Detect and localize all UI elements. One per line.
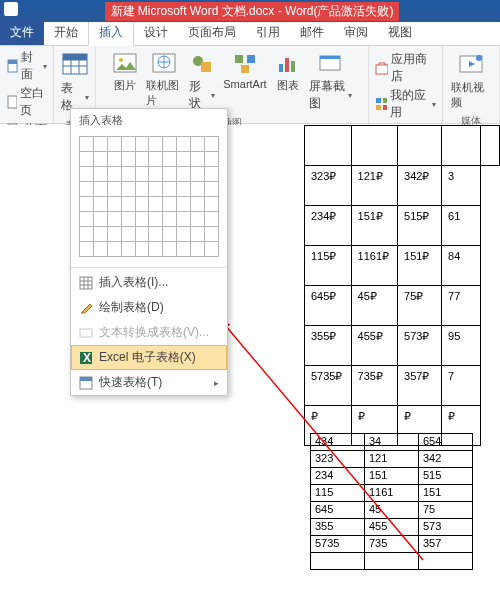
- table-cell[interactable]: 355₽: [305, 326, 352, 366]
- online-picture-icon: [151, 52, 177, 76]
- table-cell[interactable]: 645₽: [305, 286, 352, 326]
- table-cell[interactable]: 234₽: [305, 206, 352, 246]
- tab-review[interactable]: 审阅: [334, 20, 378, 45]
- table-cell[interactable]: [351, 126, 398, 166]
- table-cell[interactable]: 121₽: [351, 166, 398, 206]
- table-cell[interactable]: 45: [365, 502, 419, 519]
- smartart-button[interactable]: SmartArt: [223, 52, 266, 112]
- tab-layout[interactable]: 页面布局: [178, 20, 246, 45]
- table-cell[interactable]: 115: [311, 485, 365, 502]
- draw-table-item[interactable]: 绘制表格(D): [71, 295, 227, 320]
- table-grid-picker[interactable]: [71, 132, 227, 265]
- shapes-button[interactable]: 形状▾: [189, 52, 215, 112]
- table-cell[interactable]: 75: [419, 502, 473, 519]
- table-cell[interactable]: [480, 126, 499, 166]
- table-cell[interactable]: [305, 126, 352, 166]
- svg-rect-26: [376, 98, 381, 103]
- table-cell[interactable]: 735: [365, 536, 419, 553]
- table-cell[interactable]: [365, 553, 419, 570]
- document-table-1[interactable]: 323₽121₽342₽3234₽151₽515₽61115₽1161₽151₽…: [304, 125, 500, 446]
- document-table-2[interactable]: 4343465432312134223415151511511611516454…: [310, 433, 473, 570]
- table-cell[interactable]: 84: [442, 246, 481, 286]
- table-cell[interactable]: 323: [311, 451, 365, 468]
- group-apps: 应用商店 我的应用▾ 应用程序: [369, 46, 443, 123]
- chart-icon: [275, 52, 301, 76]
- table-cell[interactable]: 5735₽: [305, 366, 352, 406]
- convert-text-item: 文本转换成表格(V)...: [71, 320, 227, 345]
- table-cell[interactable]: 151₽: [398, 246, 442, 286]
- cover-page-button[interactable]: 封面▾: [6, 48, 47, 84]
- table-cell[interactable]: 355: [311, 519, 365, 536]
- table-cell[interactable]: 95: [442, 326, 481, 366]
- table-cell[interactable]: 77: [442, 286, 481, 326]
- tab-home[interactable]: 开始: [44, 20, 88, 45]
- table-cell[interactable]: 434: [311, 434, 365, 451]
- app-store-button[interactable]: 应用商店: [375, 50, 436, 86]
- table-cell[interactable]: 573₽: [398, 326, 442, 366]
- table-cell[interactable]: 3: [442, 166, 481, 206]
- svg-rect-24: [320, 56, 340, 59]
- my-apps-button[interactable]: 我的应用▾: [375, 86, 436, 122]
- table-cell[interactable]: 342₽: [398, 166, 442, 206]
- dropdown-title: 插入表格: [71, 109, 227, 132]
- tab-mailings[interactable]: 邮件: [290, 20, 334, 45]
- table-icon: [61, 52, 89, 78]
- table-cell[interactable]: 573: [419, 519, 473, 536]
- tab-file[interactable]: 文件: [0, 20, 44, 45]
- table-cell[interactable]: 151: [419, 485, 473, 502]
- store-icon: [375, 61, 388, 75]
- table-cell[interactable]: 654: [419, 434, 473, 451]
- online-video-button[interactable]: 联机视频: [449, 50, 493, 112]
- table-cell[interactable]: 151₽: [351, 206, 398, 246]
- table-cell[interactable]: [419, 553, 473, 570]
- tab-view[interactable]: 视图: [378, 20, 422, 45]
- table-cell[interactable]: 61: [442, 206, 481, 246]
- smartart-icon: [232, 52, 258, 76]
- table-cell[interactable]: 515₽: [398, 206, 442, 246]
- table-cell[interactable]: 34: [365, 434, 419, 451]
- table-cell[interactable]: 1161: [365, 485, 419, 502]
- table-button[interactable]: 表格▾: [59, 50, 91, 116]
- table-cell[interactable]: 645: [311, 502, 365, 519]
- table-cell[interactable]: [398, 126, 442, 166]
- table-cell[interactable]: 7: [442, 366, 481, 406]
- table-cell[interactable]: 735₽: [351, 366, 398, 406]
- svg-rect-20: [279, 64, 283, 72]
- tab-references[interactable]: 引用: [246, 20, 290, 45]
- excel-icon: X: [79, 351, 93, 365]
- excel-spreadsheet-item[interactable]: XExcel 电子表格(X): [71, 345, 227, 370]
- table-cell[interactable]: 121: [365, 451, 419, 468]
- table-cell[interactable]: 151: [365, 468, 419, 485]
- pictures-button[interactable]: 图片: [112, 52, 138, 112]
- table-cell[interactable]: 342: [419, 451, 473, 468]
- title-bar: 新建 Microsoft Word 文档.docx - Word(产品激活失败): [0, 0, 500, 22]
- online-pictures-button[interactable]: 联机图片: [146, 52, 181, 112]
- table-cell[interactable]: [442, 126, 481, 166]
- table-cell[interactable]: 455₽: [351, 326, 398, 366]
- table-cell[interactable]: 1161₽: [351, 246, 398, 286]
- svg-rect-27: [383, 98, 387, 103]
- table-cell[interactable]: 234: [311, 468, 365, 485]
- table-cell[interactable]: 75₽: [398, 286, 442, 326]
- quick-tables-item[interactable]: 快速表格(T)▸: [71, 370, 227, 395]
- table-dropdown: 插入表格 插入表格(I)... 绘制表格(D) 文本转换成表格(V)... XE…: [70, 108, 228, 396]
- blank-page-button[interactable]: 空白页: [6, 84, 47, 120]
- svg-rect-18: [247, 55, 255, 63]
- screenshot-button[interactable]: 屏幕截图▾: [309, 52, 352, 112]
- table-cell[interactable]: 323₽: [305, 166, 352, 206]
- svg-rect-37: [80, 329, 92, 337]
- table-cell[interactable]: 115₽: [305, 246, 352, 286]
- svg-rect-29: [383, 105, 387, 110]
- table-cell[interactable]: 357₽: [398, 366, 442, 406]
- tab-design[interactable]: 设计: [134, 20, 178, 45]
- table-cell[interactable]: 45₽: [351, 286, 398, 326]
- table-cell[interactable]: 5735: [311, 536, 365, 553]
- table-cell[interactable]: 515: [419, 468, 473, 485]
- table-cell[interactable]: 357: [419, 536, 473, 553]
- convert-icon: [79, 326, 93, 340]
- tab-insert[interactable]: 插入: [88, 19, 134, 46]
- table-cell[interactable]: [311, 553, 365, 570]
- insert-table-item[interactable]: 插入表格(I)...: [71, 270, 227, 295]
- table-cell[interactable]: 455: [365, 519, 419, 536]
- chart-button[interactable]: 图表: [275, 52, 301, 112]
